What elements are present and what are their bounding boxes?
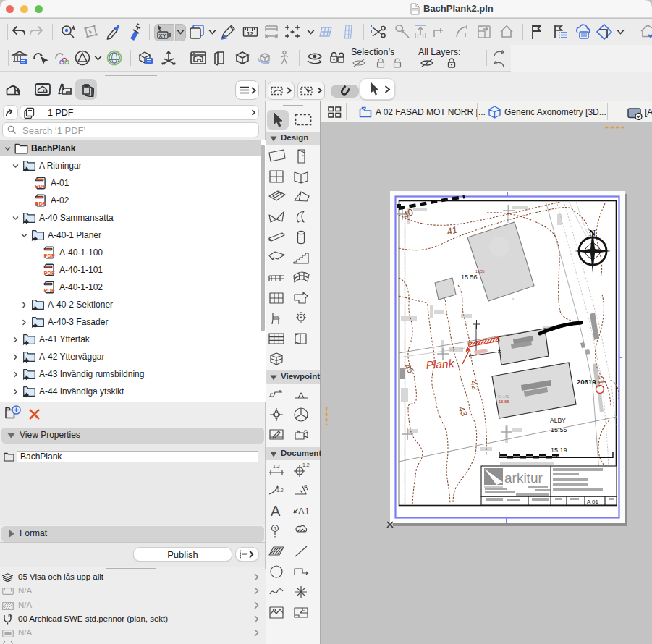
svg-text:PDF: PDF (35, 183, 46, 190)
svg-text:N: N (589, 228, 596, 238)
svg-text:15:19: 15:19 (551, 446, 567, 454)
svg-text:15:55: 15:55 (499, 399, 510, 404)
svg-text:PDF: PDF (35, 200, 46, 207)
svg-text:15:56: 15:56 (461, 274, 478, 281)
svg-text:PDF: PDF (43, 270, 55, 276)
svg-text:XY: XY (159, 33, 166, 39)
svg-text:ALBY: ALBY (550, 417, 566, 424)
svg-text:A 01: A 01 (587, 499, 599, 505)
svg-text:Gr 141: Gr 141 (498, 394, 509, 399)
svg-text:15:56: 15:56 (475, 269, 485, 274)
svg-text:1.2: 1.2 (273, 464, 280, 469)
svg-text:A: A (271, 503, 281, 519)
svg-text:A1: A1 (298, 506, 310, 517)
svg-text:Plank: Plank (426, 357, 455, 371)
svg-text:15:55: 15:55 (551, 426, 567, 433)
svg-text:1.2: 1.2 (302, 462, 310, 467)
svg-text:PDF: PDF (43, 287, 55, 294)
svg-text:20619: 20619 (577, 378, 596, 386)
svg-text:1: 1 (274, 525, 277, 532)
svg-text:12: 12 (247, 30, 253, 37)
svg-text:arkitur: arkitur (504, 470, 543, 486)
svg-text:1.2: 1.2 (276, 488, 284, 493)
svg-text:α: α (304, 483, 307, 488)
svg-text:PDF: PDF (43, 253, 55, 259)
